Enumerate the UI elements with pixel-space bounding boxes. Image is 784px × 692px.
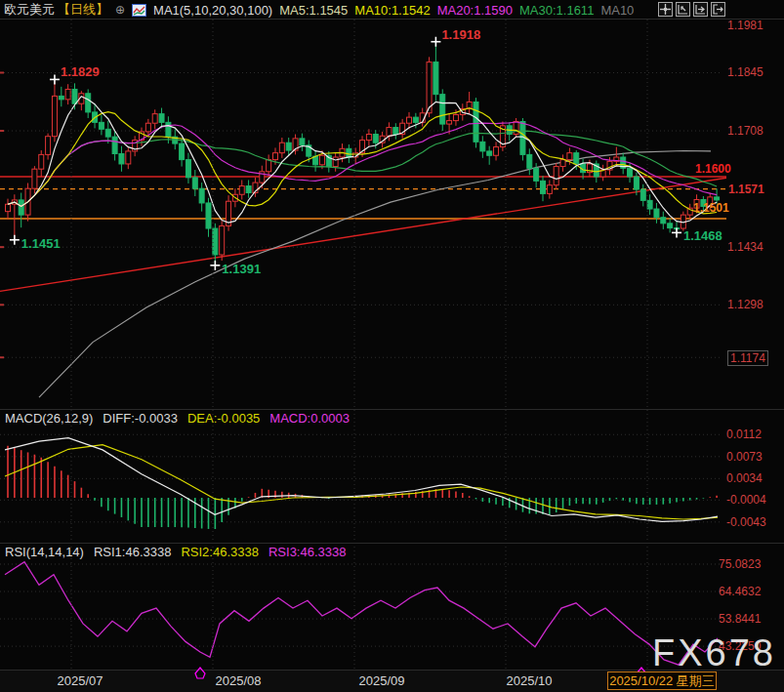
exit-icon[interactable] (711, 2, 725, 17)
zoom-out-icon[interactable] (693, 2, 708, 17)
rsi-header: RSI(14,14,14) RSI1:46.3338 RSI2:46.3338 … (5, 545, 346, 559)
macd-header: MACD(26,12,9) DIFF:-0.0033 DEA:-0.0035 M… (5, 411, 350, 426)
zoom-in-icon[interactable] (676, 2, 690, 17)
rsi1-value: RSI1:46.3338 (94, 545, 172, 559)
ma30-value: MA30:1.1611 (519, 3, 594, 18)
move-icon[interactable] (658, 2, 673, 17)
header: 欧元美元 【日线】 ⊕ MA1(5,10,20,30,100) MA5:1.15… (4, 1, 634, 19)
ma5-value: MA5:1.1545 (279, 3, 348, 18)
circle-plus-icon[interactable]: ⊕ (115, 3, 125, 17)
ma20-value: MA20:1.1590 (437, 3, 513, 18)
macd-params-label: MACD(26,12,9) (5, 411, 93, 426)
ma-params-label: MA1(5,10,20,30,100) (153, 3, 272, 18)
macd-macd-value: MACD:0.0003 (269, 411, 350, 426)
fx678-watermark: FX678 (652, 632, 776, 674)
rsi3-value: RSI3:46.3338 (268, 545, 347, 559)
window-controls (658, 2, 725, 17)
trading-app: { "header": { "title": "欧元美元", "period":… (0, 0, 784, 692)
chart-canvas[interactable] (0, 0, 784, 692)
rsi2-value: RSI2:46.3338 (181, 545, 259, 559)
period-label: 【日线】 (58, 1, 108, 19)
ma10-value: MA10:1.1542 (354, 3, 430, 18)
rsi-params-label: RSI(14,14,14) (5, 545, 84, 559)
macd-diff-value: DIFF:-0.0033 (103, 411, 178, 426)
macd-dea-value: DEA:-0.0035 (187, 411, 260, 426)
ma100-dim-label: MA10 (600, 3, 634, 18)
selected-date-box: 2025/10/22 星期三 (607, 672, 717, 690)
chart-type-icon[interactable] (132, 4, 146, 17)
symbol-title: 欧元美元 (4, 1, 55, 19)
